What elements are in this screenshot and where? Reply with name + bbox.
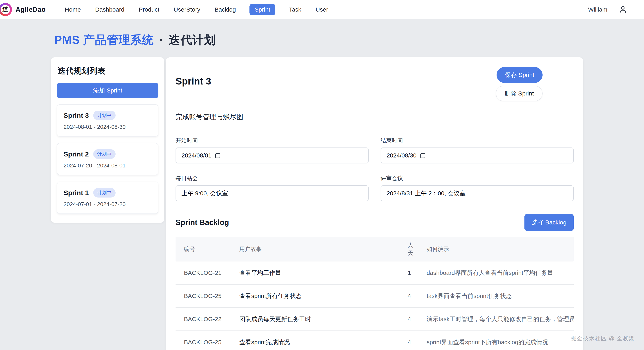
user-profile-icon[interactable] (618, 5, 627, 14)
review-meeting-field: 评审会议 2024/8/31 上午 2：00, 会议室 (380, 174, 574, 201)
sprint-item-dates: 2024-08-01 - 2024-08-30 (64, 124, 152, 130)
backlog-table-row: BACKLOG-21 查看平均工作量 1 dashboard界面所有人查看当前s… (176, 262, 574, 284)
nav-item-task[interactable]: Task (288, 4, 302, 15)
column-header-demo: 如何演示 (426, 245, 574, 253)
sprint-goal-text: 完成账号管理与燃尽图 (176, 112, 574, 122)
brand: 道 AgileDao (0, 3, 46, 16)
content: 迭代规划列表 添加 Sprint Sprint 3 计划中 2024-08-01… (51, 58, 583, 350)
sprint-status-badge: 计划中 (93, 188, 116, 198)
nav-item-userstory[interactable]: UserStory (173, 4, 201, 15)
select-backlog-button[interactable]: 选择 Backlog (524, 214, 574, 231)
end-date-field: 结束时间 2024/08/30 (380, 137, 574, 164)
start-date-field: 开始时间 2024/08/01 (176, 137, 369, 164)
sprint-item-dates: 2024-07-20 - 2024-08-01 (64, 162, 152, 169)
backlog-id: BACKLOG-25 (176, 338, 239, 346)
nav-right: William (588, 5, 627, 14)
backlog-days: 4 (408, 338, 426, 346)
backlog-table-header: 编号 用户故事 人天 如何演示 (176, 237, 574, 262)
nav-item-dashboard[interactable]: Dashboard (94, 4, 125, 15)
backlog-id: BACKLOG-22 (176, 315, 239, 323)
page-title-separator: · (159, 33, 163, 46)
start-date-label: 开始时间 (176, 137, 369, 144)
sprint-list-item[interactable]: Sprint 3 计划中 2024-08-01 - 2024-08-30 (57, 104, 158, 136)
brand-logo-glyph: 道 (1, 5, 10, 14)
backlog-table-row: BACKLOG-22 团队成员每天更新任务工时 4 演示task工时管理，每个人… (176, 308, 574, 331)
column-header-days: 人天 (408, 241, 415, 257)
backlog-section-header: Sprint Backlog 选择 Backlog (176, 214, 574, 231)
backlog-story: 团队成员每天更新任务工时 (239, 315, 408, 323)
calendar-icon[interactable] (214, 152, 221, 159)
current-user-name[interactable]: William (588, 6, 607, 13)
sprint-item-head: Sprint 2 计划中 (64, 149, 152, 159)
page-title: PMS 产品管理系统 · 迭代计划 (0, 19, 644, 48)
nav-item-backlog[interactable]: Backlog (214, 4, 237, 15)
backlog-section-title: Sprint Backlog (176, 218, 229, 227)
sprint-status-badge: 计划中 (93, 149, 116, 159)
brand-name: AgileDao (16, 6, 46, 13)
sprint-item-dates: 2024-07-01 - 2024-07-20 (64, 201, 152, 208)
end-date-input[interactable]: 2024/08/30 (380, 148, 574, 164)
column-header-id: 编号 (176, 245, 239, 253)
save-sprint-button[interactable]: 保存 Sprint (496, 67, 542, 83)
delete-sprint-button[interactable]: 删除 Sprint (496, 86, 542, 101)
start-date-input[interactable]: 2024/08/01 (176, 148, 369, 164)
sprint-item-name: Sprint 2 (64, 150, 89, 158)
sprint-detail-title: Sprint 3 (176, 67, 211, 101)
add-sprint-button[interactable]: 添加 Sprint (57, 83, 158, 98)
standup-label: 每日站会 (176, 174, 369, 182)
end-date-value: 2024/08/30 (386, 152, 416, 159)
nav-item-home[interactable]: Home (64, 4, 82, 15)
sprint-item-head: Sprint 3 计划中 (64, 110, 152, 120)
backlog-id: BACKLOG-25 (176, 292, 239, 300)
sprint-form: 开始时间 2024/08/01 结束时间 2024/08/30 (176, 137, 574, 201)
column-header-story: 用户故事 (239, 245, 408, 253)
sprint-actions: 保存 Sprint 删除 Sprint (496, 67, 542, 101)
backlog-story: 查看sprint完成情况 (239, 338, 408, 346)
sprint-detail-panel: Sprint 3 保存 Sprint 删除 Sprint 完成账号管理与燃尽图 … (166, 58, 583, 350)
nav-menu: Home Dashboard Product UserStory Backlog… (64, 4, 329, 15)
backlog-table: 编号 用户故事 人天 如何演示 BACKLOG-21 查看平均工作量 1 das… (176, 237, 574, 350)
standup-value: 上午 9:00, 会议室 (182, 189, 228, 198)
backlog-demo: sprint界面查看sprint下所有backlog的完成情况 (426, 338, 574, 346)
nav-item-sprint[interactable]: Sprint (250, 4, 275, 15)
brand-logo-icon: 道 (0, 3, 12, 16)
sprint-status-badge: 计划中 (93, 110, 116, 120)
backlog-demo: task界面查看当前sprint任务状态 (426, 292, 574, 300)
start-date-value: 2024/08/01 (182, 152, 212, 159)
backlog-id: BACKLOG-21 (176, 269, 239, 277)
page-title-section: 迭代计划 (168, 33, 216, 46)
backlog-story: 查看sprint所有任务状态 (239, 292, 408, 300)
backlog-demo: dashboard界面所有人查看当前sprint平均任务量 (426, 269, 574, 277)
sprint-item-head: Sprint 1 计划中 (64, 188, 152, 198)
nav-item-user[interactable]: User (315, 4, 329, 15)
review-meeting-label: 评审会议 (380, 174, 574, 182)
sprint-list-heading: 迭代规划列表 (57, 66, 158, 76)
nav-item-product[interactable]: Product (138, 4, 160, 15)
review-meeting-input[interactable]: 2024/8/31 上午 2：00, 会议室 (380, 185, 574, 201)
sprint-item-name: Sprint 1 (64, 189, 89, 197)
backlog-story: 查看平均工作量 (239, 269, 408, 277)
top-nav: 道 AgileDao Home Dashboard Product UserSt… (0, 0, 644, 19)
calendar-icon[interactable] (420, 152, 426, 159)
backlog-demo: 演示task工时管理，每个人只能修改自己的任务，管理员可以修改所有人的任务 (426, 315, 574, 323)
standup-field: 每日站会 上午 9:00, 会议室 (176, 174, 369, 201)
end-date-label: 结束时间 (380, 137, 574, 144)
sprint-list-panel: 迭代规划列表 添加 Sprint Sprint 3 计划中 2024-08-01… (51, 58, 164, 223)
sprint-item-name: Sprint 3 (64, 112, 89, 120)
standup-input[interactable]: 上午 9:00, 会议室 (176, 185, 369, 201)
sprint-list-item[interactable]: Sprint 1 计划中 2024-07-01 - 2024-07-20 (57, 182, 158, 214)
backlog-days: 4 (408, 315, 426, 323)
watermark-text: 掘金技术社区 @ 全栈港 (571, 335, 635, 342)
sprint-detail-header: Sprint 3 保存 Sprint 删除 Sprint (176, 67, 574, 101)
backlog-days: 4 (408, 292, 426, 300)
sprint-list-item[interactable]: Sprint 2 计划中 2024-07-20 - 2024-08-01 (57, 143, 158, 175)
backlog-table-row: BACKLOG-25 查看sprint完成情况 4 sprint界面查看spri… (176, 331, 574, 350)
backlog-table-row: BACKLOG-25 查看sprint所有任务状态 4 task界面查看当前sp… (176, 284, 574, 308)
backlog-days: 1 (408, 269, 426, 277)
review-meeting-value: 2024/8/31 上午 2：00, 会议室 (386, 189, 466, 198)
page-title-system: PMS 产品管理系统 (54, 33, 154, 46)
